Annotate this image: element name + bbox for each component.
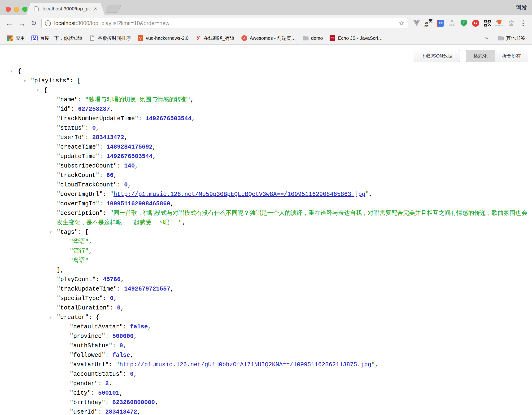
json-token: , — [375, 361, 378, 368]
json-line: "name": "独唱与对唱的切换 氛围与情感的转变", — [0, 95, 532, 105]
json-line: "totalDuration": 0, — [0, 303, 532, 313]
json-token: false — [112, 352, 130, 359]
bookmark-awesomes[interactable]: A Awesomes - 前端资… — [238, 35, 298, 41]
indent-guide — [20, 152, 20, 161]
json-token: , — [152, 144, 156, 151]
indent-guide — [46, 161, 46, 171]
indent-guide — [20, 105, 20, 114]
browser-menu-icon[interactable] — [519, 19, 527, 27]
collapse-arrow-icon[interactable]: ▼ — [49, 228, 52, 237]
indent-guide — [59, 407, 59, 415]
sitemap-icon[interactable] — [448, 19, 456, 27]
json-link[interactable]: http://p1.music.126.net/Mb59p30BpEQLcBQe… — [114, 191, 365, 198]
profile-name[interactable]: 阿发 — [515, 4, 527, 12]
indent-guide — [20, 303, 20, 313]
json-token: , — [170, 200, 174, 207]
indent-guide — [46, 265, 46, 275]
indent-guide — [46, 114, 46, 124]
indent-guide — [20, 294, 20, 303]
indent-guide — [33, 313, 33, 322]
bookmark-vue-hackernews[interactable]: V vue-hackernews-2.0 — [135, 35, 191, 41]
json-line: ▼"creator": { — [0, 313, 532, 322]
indent-guide — [33, 284, 33, 294]
qr-code-icon[interactable] — [484, 19, 491, 27]
indent-guide — [33, 351, 33, 360]
shield-t-icon[interactable]: T — [460, 19, 468, 27]
indent-guide — [20, 332, 20, 341]
bookmark-apps[interactable]: 应用 — [4, 35, 28, 41]
paw-icon[interactable] — [507, 19, 515, 27]
vue-devtools-icon[interactable] — [413, 19, 420, 27]
bookmark-baidu[interactable]: 百度一下，你就知道 — [29, 35, 85, 41]
html5-player-icon[interactable]: ◂ 5 PLAYER — [496, 19, 503, 27]
indent-guide — [33, 247, 33, 256]
json-line: ], — [0, 265, 532, 275]
indent-guide — [33, 407, 33, 415]
download-json-button[interactable]: 下载JSON数据 — [414, 50, 460, 62]
indent-guide — [59, 360, 59, 370]
close-window-button[interactable] — [6, 7, 11, 12]
site-info-icon[interactable]: i — [45, 20, 51, 26]
json-token: "province": — [70, 333, 112, 340]
address-bar[interactable]: i localhost:3000/top_playlist?limit=10&o… — [41, 18, 408, 29]
indent-guide — [46, 180, 46, 190]
json-token: , — [119, 390, 123, 396]
other-bookmarks[interactable]: 其他书签 — [495, 35, 528, 41]
indent-guide — [33, 322, 33, 332]
indent-guide — [20, 265, 20, 275]
json-line: "trackUpdateTime": 1492679721557, — [0, 284, 532, 294]
json-token: 0 — [124, 182, 128, 188]
indent-guide — [46, 332, 46, 341]
collapse-arrow-icon[interactable]: ▼ — [49, 313, 52, 322]
json-token: "同一首歌，独唱模式与对唱模式有没有什么不同呢？独唱是一个人的演绎，重在诠释与表… — [57, 210, 527, 226]
forward-icon[interactable]: → — [18, 19, 26, 27]
json-line: "authStatus": 0, — [0, 341, 532, 351]
json-line: "userId": 283413472, — [0, 407, 532, 415]
json-token: 0 — [119, 342, 123, 349]
bookmark-star-icon[interactable]: ☆ — [399, 20, 405, 27]
fe-icon[interactable]: FE — [437, 19, 444, 27]
indent-guide — [33, 114, 33, 124]
bookmark-youdao[interactable]: У 在线翻译_有道 — [192, 35, 237, 41]
json-line: "userId": 283413472, — [0, 133, 532, 142]
bookmarks-overflow-chevron[interactable]: » — [480, 35, 494, 41]
json-line: "华语", — [0, 237, 532, 247]
new-tab-button[interactable] — [105, 5, 121, 12]
json-link[interactable]: http://p1.music.126.net/gUfH0bhzOfAl71NU… — [119, 361, 371, 368]
indent-guide — [20, 171, 20, 180]
tab-close-icon[interactable]: × — [93, 6, 97, 12]
json-token: 0 — [117, 305, 121, 311]
browser-tab[interactable]: localhost:3000/top_playlist?lim × — [27, 3, 104, 15]
bookmark-label: 百度一下，你就知道 — [40, 35, 83, 41]
page-icon — [34, 6, 40, 12]
json-token: , — [128, 182, 131, 188]
json-line: "description": "同一首歌，独唱模式与对唱模式有没有什么不同呢？独… — [0, 209, 532, 228]
bookmark-demo-folder[interactable]: demo — [300, 35, 325, 41]
back-icon[interactable]: ← — [5, 19, 13, 27]
format-button[interactable]: 格式化 — [466, 50, 495, 62]
indent-guide — [59, 379, 59, 388]
bookmark-google-sort[interactable]: 谷歌按时间排序 — [86, 35, 133, 41]
view-mode-toggle: 格式化 折叠所有 — [466, 50, 528, 62]
collapse-arrow-icon[interactable]: ▼ — [10, 67, 13, 76]
json-token: 0 — [92, 125, 96, 132]
collapse-arrow-icon[interactable]: ▼ — [23, 76, 27, 86]
json-token: , — [123, 342, 126, 349]
bookmark-echojs[interactable]: JS Echo JS - JavaScri… — [327, 35, 385, 41]
json-token: , — [170, 286, 174, 292]
indent-guide — [46, 275, 46, 284]
zoom-window-button[interactable] — [22, 7, 28, 12]
indent-guide — [33, 265, 33, 275]
bookmark-label: Awesomes - 前端资… — [250, 35, 296, 41]
url-host: localhost — [54, 20, 76, 26]
json-token: "华语" — [70, 238, 89, 245]
fast-forward-icon[interactable] — [472, 19, 480, 27]
json-token: "authStatus": — [70, 342, 119, 349]
indent-guide — [20, 124, 20, 133]
collapse-all-button[interactable]: 折叠所有 — [495, 50, 528, 62]
page-icon — [89, 35, 95, 41]
reload-icon[interactable]: ↻ — [31, 20, 37, 27]
minimize-window-button[interactable] — [14, 7, 19, 12]
collapse-arrow-icon[interactable]: ▼ — [36, 86, 39, 95]
translate-icon[interactable]: ⇄ 英 en — [425, 19, 432, 27]
